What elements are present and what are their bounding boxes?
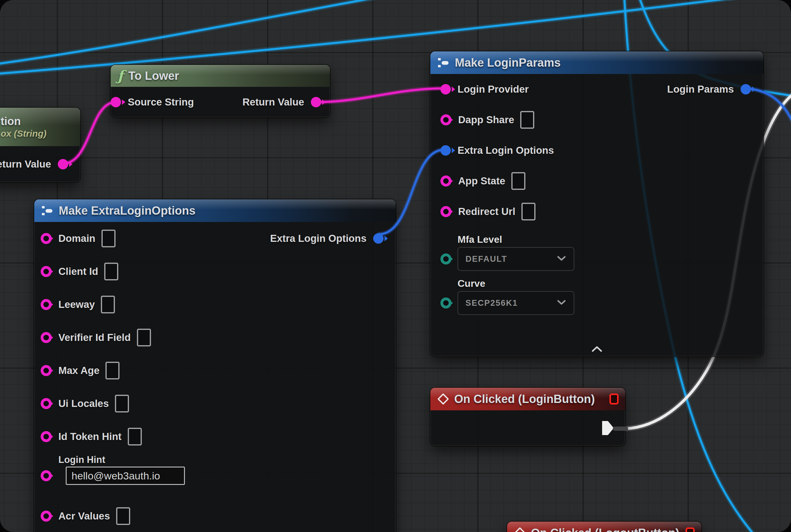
pin-row-app-state: App State [430,166,764,196]
node-truncated-function[interactable]: tion ox (String) eturn Value [0,108,80,182]
pin-row-acr-values: Acr Values [34,499,396,532]
chevron-down-icon [557,255,566,263]
pin-label-return-value: eturn Value [0,158,51,170]
pin-row-verifier-id-field: Verifier Id Field [34,321,396,354]
pin-acr-values-input[interactable] [41,511,52,521]
pin-redirect-url-input[interactable] [440,206,451,217]
checkbox-app-state[interactable] [512,172,525,190]
pin-label-source-string: Source String [128,96,194,108]
pin-row-dapp-share: Dapp Share [430,104,764,135]
checkbox-verifier-id-field[interactable] [137,329,151,346]
pin-app-state-input[interactable] [440,175,451,187]
node-to-lower-header[interactable]: ƒ To Lower [111,65,330,87]
node-make-extra-login-options[interactable]: Make ExtraLoginOptions DomainExtra Login… [34,200,396,532]
pin-label-ui-locales: Ui Locales [58,398,109,410]
make-struct-icon [437,57,450,68]
checkbox-domain[interactable] [101,230,116,247]
checkbox-acr-values[interactable] [116,507,130,525]
checkbox-client-id[interactable] [104,263,118,280]
pin-client-id-input[interactable] [41,266,52,277]
node-on-clicked-login-button[interactable]: On Clicked (LoginButton) [430,388,625,446]
mfa-level-dropdown[interactable]: DEFAULT [458,247,574,271]
enum-label-curve: Curve [458,276,574,291]
pin-login-params-output[interactable] [740,84,751,94]
node-title: On Clicked (LoginButton) [454,393,595,406]
checkbox-dapp-share[interactable] [520,111,534,129]
pin-curve-input[interactable] [440,298,451,308]
node-title: Make LoginParams [455,56,561,70]
pin-label-id-token-hint: Id Token Hint [58,431,122,442]
pin-row-ui-locales: Ui Locales [34,387,396,420]
pin-mfa-level-input[interactable] [440,253,451,264]
node-title: On Clicked (LogoutButton) [531,527,679,532]
node-on-clicked-logout-button[interactable]: On Clicked (LogoutButton) [507,521,701,532]
pin-leeway-input[interactable] [41,299,52,310]
pin-row-id-token-hint: Id Token Hint [34,420,396,453]
chevron-down-icon [557,299,566,307]
enum-label-mfa-level: Mfa Level [458,232,574,247]
pin-row-login-hint: Login Hinthello@web3auth.io [34,453,396,499]
make-struct-icon [41,205,54,216]
pin-label-extra-login-options: Extra Login Options [458,145,554,156]
blueprint-graph-canvas[interactable]: tion ox (String) eturn Value ƒ To Lower … [0,0,791,532]
pin-label-leeway: Leeway [58,299,95,310]
checkbox-redirect-url[interactable] [521,203,536,221]
pin-verifier-id-field-input[interactable] [41,332,52,343]
pin-login-provider-input[interactable] [440,84,451,94]
pin-row-leeway: Leeway [34,288,396,321]
pin-row-client-id: Client Id [34,255,396,288]
pin-row-extra-login-options: Extra Login Options [430,135,764,166]
pin-return-value-output[interactable] [311,97,321,107]
node-make-extra-login-options-header[interactable]: Make ExtraLoginOptions [34,200,396,222]
pin-label-acr-values: Acr Values [58,510,110,522]
node-collapse-button[interactable] [590,344,604,354]
pin-row-redirect-url: Redirect Url [430,196,764,227]
pin-label-dapp-share: Dapp Share [458,114,514,126]
node-title: tion [1,115,21,128]
pin-return-value-output[interactable] [58,159,68,169]
node-make-login-params[interactable]: Make LoginParams Login ProviderLogin Par… [430,51,764,357]
pin-source-string-input[interactable] [111,97,121,107]
wire-top-diagonal-1 [0,0,396,65]
pin-label-login-params-out: Login Params [667,83,734,95]
bound-widget-event-badge [610,394,619,404]
pin-label-extra-login-options-out: Extra Login Options [270,233,366,244]
enum-row-curve: CurveSECP256K1 [440,276,764,315]
pin-label-max-age: Max Age [58,365,99,376]
bound-widget-event-badge [686,527,695,532]
node-make-login-params-header[interactable]: Make LoginParams [430,51,764,74]
pin-extra-login-options-output[interactable] [373,233,384,244]
node-title: To Lower [128,70,179,82]
exec-output-pin[interactable] [602,421,614,435]
node-truncated-function-header[interactable]: tion ox (String) [0,108,80,146]
node-on-clicked-login-button-header[interactable]: On Clicked (LoginButton) [430,388,625,410]
node-on-clicked-logout-button-header[interactable]: On Clicked (LogoutButton) [507,521,701,532]
checkbox-ui-locales[interactable] [115,395,129,413]
pure-function-icon: ƒ [117,69,123,83]
wire-to-lower-to-login-provider [315,88,444,102]
pin-extra-login-options-input[interactable] [440,145,451,156]
pin-label-login-provider: Login Provider [458,83,529,95]
wire-to-lower-to-login-provider [315,88,444,102]
pin-max-age-input[interactable] [41,365,52,376]
pin-ui-locales-input[interactable] [41,398,52,409]
wire-top-diagonal-1 [0,0,396,65]
node-subtitle: ox (String) [1,128,46,139]
curve-dropdown[interactable]: SECP256K1 [458,291,574,315]
mfa-level-dropdown-value: DEFAULT [465,254,507,264]
login-hint-field[interactable]: hello@web3auth.io [66,467,185,485]
checkbox-max-age[interactable] [105,362,119,379]
checkbox-leeway[interactable] [101,296,115,314]
pin-row-login-provider: Login ProviderLogin Params [430,74,764,104]
pin-label-verifier-id-field: Verifier Id Field [58,332,131,343]
node-title: Make ExtraLoginOptions [59,204,196,217]
pin-row-max-age: Max Age [34,354,396,387]
pin-domain-input[interactable] [41,233,52,244]
checkbox-id-token-hint[interactable] [128,428,142,445]
node-to-lower[interactable]: ƒ To Lower Source String Return Value [111,65,330,117]
pin-label-app-state: App State [458,175,505,187]
pin-id-token-hint-input[interactable] [41,431,52,442]
pin-dapp-share-input[interactable] [440,114,451,125]
pin-login-hint-input[interactable] [41,470,52,481]
pin-row-domain: DomainExtra Login Options [34,222,396,255]
